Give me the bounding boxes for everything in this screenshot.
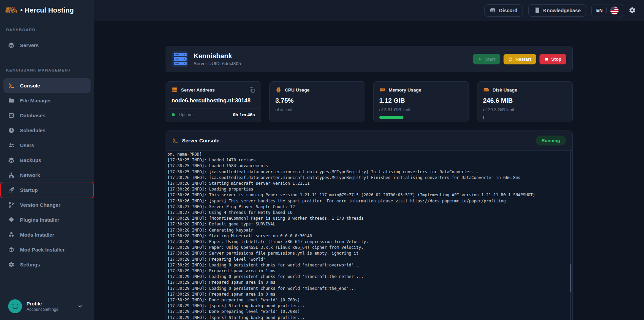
console-line: [17:30:28 INFO]: Default game type: SURV… <box>168 221 568 227</box>
sidebar-item-label: Users <box>20 142 34 148</box>
knowledgebase-label: Knowledgebase <box>543 8 581 13</box>
discord-label: Discord <box>499 8 517 13</box>
cubes-icon <box>8 232 15 238</box>
console-line: [17:30:29 INFO]: Loading 0 persistent ch… <box>168 286 568 292</box>
console-line: om, name=PROD] <box>168 152 568 157</box>
cpu-usage-value: 3.75% <box>276 97 359 104</box>
memory-usage-value: 1.12 GiB <box>379 97 463 104</box>
box-icon <box>8 246 15 253</box>
console-line: [17:30:26 INFO]: [spark] This server bun… <box>168 198 568 204</box>
stop-button[interactable]: Stop <box>539 54 566 64</box>
sidebar-item-backups[interactable]: Backups <box>3 153 91 167</box>
sidebar-item-label: Backups <box>20 157 41 163</box>
sidebar-item-file-manager[interactable]: File Manager <box>3 93 91 108</box>
sidebar-nav: DASHBOARDServersKENNISBANK MANAGEMENTCon… <box>0 21 94 293</box>
language-selector[interactable]: EN <box>591 4 623 17</box>
brand[interactable]: HERCULHOSTING • Hercul Hosting <box>0 0 94 21</box>
nav-section-label: DASHBOARD <box>0 28 94 32</box>
knowledgebase-button[interactable]: Knowledgebase <box>528 4 586 17</box>
memory-icon <box>379 87 385 93</box>
console-line: [17:30:29 INFO]: Loading 0 persistent ch… <box>168 274 568 280</box>
us-flag-icon <box>610 6 619 15</box>
sidebar-item-plugins-installer[interactable]: Plugins Installer <box>3 213 91 227</box>
disk-usage-limit: of 29.3 GiB limit <box>483 107 567 112</box>
topbar: Discord Knowledgebase EN <box>94 0 644 21</box>
cpu-usage-title: CPU Usage <box>285 87 310 93</box>
cpu-usage-card: CPU Usage 3.75% of ∞ limit <box>269 81 365 122</box>
memory-usage-limit: of 3.91 GiB limit <box>379 107 463 112</box>
sidebar-item-label: Schedules <box>20 127 45 133</box>
cpu-usage-limit: of ∞ limit <box>276 107 359 112</box>
start-label: Start <box>485 57 495 62</box>
restart-label: Restart <box>515 57 531 62</box>
sidebar: HERCULHOSTING • Hercul Hosting DASHBOARD… <box>0 0 94 320</box>
restart-icon <box>508 57 513 61</box>
nav-section-label: KENNISBANK MANAGEMENT <box>0 68 94 72</box>
users-icon <box>8 142 15 148</box>
folder-icon <box>8 97 15 104</box>
brand-bullet: • <box>20 6 23 14</box>
profile-title: Profile <box>26 301 73 306</box>
server-address-title: Server Address <box>181 87 215 93</box>
server-console-card: Server Console Running om, name=PROD][17… <box>166 131 573 320</box>
memory-usage-title: Memory Usage <box>389 87 421 93</box>
console-line: [17:30:26 INFO]: [ca.spottedleaf.datacon… <box>168 175 568 181</box>
book-icon <box>534 7 540 14</box>
sidebar-item-label: Mods Installer <box>20 232 54 238</box>
terminal-icon <box>172 138 178 143</box>
console-line: [17:30:29 INFO]: Prepared spawn area in … <box>168 292 568 297</box>
console-line: [17:30:26 INFO]: This server is running … <box>168 192 568 198</box>
console-scrollbar-track[interactable] <box>570 151 571 320</box>
sidebar-item-mods-installer[interactable]: Mods Installer <box>3 227 91 242</box>
stop-icon <box>544 57 549 61</box>
disk-icon <box>483 87 489 93</box>
sidebar-item-databases[interactable]: Databases <box>3 108 91 123</box>
sidebar-item-label: Version Changer <box>20 202 60 208</box>
layers-icon <box>8 157 15 163</box>
sidebar-item-version-changer[interactable]: Version Changer <box>3 198 91 212</box>
main-area: Discord Knowledgebase EN Kennisbank Serv… <box>94 0 644 320</box>
sidebar-item-label: Network <box>20 172 40 178</box>
console-line: [17:30:25 INFO]: [ca.spottedleaf.datacon… <box>168 169 568 175</box>
console-line: [17:30:29 INFO]: [spark] Starting backgr… <box>168 303 568 309</box>
sidebar-item-startup[interactable]: Startup <box>3 183 91 197</box>
console-scrollbar-thumb[interactable] <box>570 264 571 292</box>
sidebar-item-label: Servers <box>20 42 39 48</box>
sidebar-item-label: Startup <box>20 187 38 193</box>
start-button[interactable]: Start <box>473 54 500 64</box>
sidebar-item-schedules[interactable]: Schedules <box>3 123 91 138</box>
brand-logo: HERCULHOSTING <box>5 8 17 13</box>
sidebar-item-users[interactable]: Users <box>3 138 91 153</box>
stats-row: Server Address node6.herculhosting.nl:30… <box>166 81 573 122</box>
sidebar-item-network[interactable]: Network <box>3 168 91 182</box>
language-code: EN <box>596 8 603 13</box>
copy-icon[interactable] <box>249 87 255 93</box>
profile-section[interactable]: Profile Account Settings <box>0 293 94 320</box>
server-header-card: Kennisbank Server UUID: 6ddcf805 Start R… <box>166 46 573 72</box>
settings-gear-icon[interactable] <box>629 7 636 14</box>
uptime-status-dot <box>172 113 175 116</box>
sidebar-item-console[interactable]: Console <box>3 78 91 93</box>
discord-button[interactable]: Discord <box>484 4 523 17</box>
network-icon <box>8 172 15 178</box>
sidebar-item-mod-pack-installer[interactable]: Mod Pack Installer <box>3 242 91 257</box>
console-line: [17:30:28 INFO]: Paper: Using libdeflate… <box>168 239 568 245</box>
clock-icon <box>8 127 15 134</box>
console-line: [17:30:28 INFO]: [MoonriseCommon] Paper … <box>168 216 568 221</box>
sidebar-item-label: File Manager <box>20 98 51 103</box>
sidebar-item-settings[interactable]: Settings <box>3 257 91 272</box>
sidebar-item-label: Plugins Installer <box>20 217 59 223</box>
console-line: [17:30:29 INFO]: Prepared spawn area in … <box>168 268 568 274</box>
gear-icon <box>8 261 15 268</box>
restart-button[interactable]: Restart <box>504 54 536 64</box>
memory-progress-bar <box>379 116 403 119</box>
console-line: [17:30:29 INFO]: [spark] Starting backgr… <box>168 315 568 320</box>
console-line: [17:30:28 INFO]: Paper: Using OpenSSL 3.… <box>168 245 568 251</box>
database-icon <box>8 112 15 119</box>
sidebar-item-servers[interactable]: Servers <box>3 38 91 53</box>
disk-progress-bar <box>483 116 484 119</box>
chevron-down-icon[interactable] <box>77 303 83 309</box>
content: Kennisbank Server UUID: 6ddcf805 Start R… <box>166 46 573 320</box>
console-log[interactable]: om, name=PROD][17:30:25 INFO]: Loaded 14… <box>166 150 572 320</box>
console-title: Server Console <box>182 138 220 143</box>
